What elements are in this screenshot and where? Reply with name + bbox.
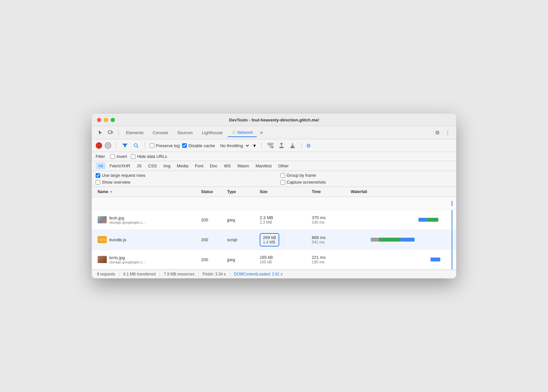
table-row[interactable]: </> bundle.js 200 script 269 kB 1.4 MB 8… <box>92 230 456 250</box>
td-truncated-waterfall <box>349 201 452 206</box>
type-filter-img[interactable]: Img <box>161 162 173 169</box>
download-icon[interactable] <box>288 141 297 150</box>
tab-sources[interactable]: Sources <box>173 129 197 137</box>
file-icon-img-0 <box>98 216 107 223</box>
capture-screenshots-input[interactable] <box>281 180 285 185</box>
td-waterfall-0 <box>349 210 452 230</box>
td-size-0: 2.3 MB 2.3 MB <box>258 213 310 227</box>
type-filter-manifest[interactable]: Manifest <box>253 162 274 169</box>
toolbar-divider-2 <box>145 142 145 149</box>
preserve-log-input[interactable] <box>150 143 154 148</box>
large-rows-input[interactable] <box>96 173 100 178</box>
file-name-host-0: fesh.jpg storage.googleapis.c... <box>109 216 145 224</box>
close-button[interactable] <box>97 118 101 122</box>
clear-button[interactable] <box>105 142 111 149</box>
size-highlight: 269 kB 1.4 MB <box>260 233 279 246</box>
window-title: DevTools - foul-heavenly-direction.glitc… <box>229 118 319 122</box>
file-name-host-1: bundle.js <box>109 237 126 242</box>
preserve-log-checkbox[interactable]: Preserve log <box>150 143 180 148</box>
th-name[interactable]: Name ▼ <box>96 187 199 197</box>
device-toggle-icon[interactable] <box>106 128 115 137</box>
th-waterfall[interactable]: Waterfall <box>349 187 452 197</box>
th-type[interactable]: Type <box>225 187 258 197</box>
tab-lighthouse[interactable]: Lighthouse <box>198 129 227 137</box>
type-filter-wasm[interactable]: Wasm <box>235 162 252 169</box>
group-by-frame-input[interactable] <box>281 173 285 178</box>
show-overview-input[interactable] <box>96 180 100 185</box>
settings-button[interactable]: ⚙ <box>433 128 442 137</box>
svg-line-5 <box>137 147 138 148</box>
hide-data-urls-input[interactable] <box>131 154 135 159</box>
table-row[interactable]: fesh.jpg storage.googleapis.c... 200 jpe… <box>92 210 456 230</box>
table-row[interactable]: brrto.jpg storage.googleapis.c... 200 jp… <box>92 250 456 270</box>
type-filter-fetch-xhr[interactable]: Fetch/XHR <box>107 162 133 169</box>
th-status[interactable]: Status <box>199 187 225 197</box>
td-truncated-status <box>199 201 225 206</box>
record-button[interactable] <box>96 142 102 149</box>
filter-checkboxes: Invert Hide data URLs <box>110 154 167 159</box>
toolbar-divider-3 <box>261 142 262 149</box>
type-filter-css[interactable]: CSS <box>145 162 159 169</box>
td-time-1: 868 ms 541 ms <box>310 232 349 247</box>
td-time-2: 221 ms 190 ms <box>310 252 349 267</box>
upload-icon[interactable] <box>277 141 286 150</box>
more-options-button[interactable]: ⋮ <box>443 128 452 137</box>
filter-label: Filter <box>96 154 105 159</box>
td-size-1: 269 kB 1.4 MB <box>258 231 310 249</box>
td-truncated-time <box>310 201 349 206</box>
status-requests: 8 requests <box>97 272 119 276</box>
td-waterfall-1 <box>349 230 452 249</box>
type-filter-other[interactable]: Other <box>276 162 292 169</box>
toolbar-divider-1 <box>116 142 116 149</box>
hide-data-urls-checkbox[interactable]: Hide data URLs <box>131 154 167 159</box>
th-size[interactable]: Size <box>258 187 310 197</box>
capture-screenshots-checkbox[interactable]: Capture screenshots <box>281 180 452 185</box>
filter-button[interactable] <box>121 141 129 150</box>
show-overview-checkbox[interactable]: Show overview <box>96 180 267 185</box>
status-resources: 7.9 MB resources <box>160 272 199 276</box>
type-filter-bar: All Fetch/XHR JS CSS Img Media Font Doc … <box>92 161 456 171</box>
type-filter-doc[interactable]: Doc <box>207 162 220 169</box>
options-bar: Use large request rows Show overview Gro… <box>92 171 456 187</box>
titlebar: DevTools - foul-heavenly-direction.glitc… <box>92 114 456 126</box>
td-type-1: script <box>225 235 258 245</box>
invert-input[interactable] <box>110 154 115 159</box>
th-time[interactable]: Time <box>310 187 349 197</box>
network-table: Name ▼ Status Type Size Time Waterfall <box>92 187 456 270</box>
file-icon-img-2 <box>98 256 107 263</box>
tab-elements[interactable]: Elements <box>122 129 147 137</box>
type-filter-all[interactable]: All <box>96 162 105 169</box>
disable-cache-input[interactable] <box>182 143 187 148</box>
maximize-button[interactable] <box>111 118 115 122</box>
cursor-icon[interactable] <box>96 128 105 137</box>
td-truncated-type <box>225 201 258 206</box>
td-truncated-name <box>96 201 199 206</box>
td-name-0: fesh.jpg storage.googleapis.c... <box>96 213 199 227</box>
status-dom-content-loaded: DOMContentLoaded: 2.81 s <box>230 272 286 276</box>
minimize-button[interactable] <box>104 118 108 122</box>
tab-console[interactable]: Console <box>149 129 172 137</box>
td-type-2: jpeg <box>225 255 258 265</box>
invert-checkbox[interactable]: Invert <box>110 154 127 159</box>
more-tabs-button[interactable]: » <box>258 128 265 137</box>
type-filter-js[interactable]: JS <box>134 162 144 169</box>
svg-rect-0 <box>108 131 112 133</box>
tab-network[interactable]: ⚠ Network <box>228 128 257 137</box>
large-rows-checkbox[interactable]: Use large request rows <box>96 173 267 178</box>
sort-icon: ▼ <box>110 190 113 194</box>
status-finish: Finish: 3.34 s <box>199 272 230 276</box>
type-filter-ws[interactable]: WS <box>221 162 233 169</box>
td-time-0: 370 ms 140 ms <box>310 213 349 227</box>
type-filter-media[interactable]: Media <box>174 162 191 169</box>
file-name-host-2: brrto.jpg storage.googleapis.c... <box>109 255 145 264</box>
dropdown-arrow-icon: ▼ <box>253 143 257 148</box>
wifi-settings-icon[interactable] <box>266 141 275 150</box>
group-by-frame-checkbox[interactable]: Group by frame <box>281 173 452 178</box>
status-bar: 8 requests 6.1 MB transferred 7.9 MB res… <box>92 270 456 278</box>
network-settings-icon[interactable]: ⚙ <box>306 143 311 149</box>
disable-cache-checkbox[interactable]: Disable cache <box>182 143 215 148</box>
toolbar-divider-4 <box>301 142 302 149</box>
throttling-select[interactable]: No throttling <box>218 142 250 149</box>
type-filter-font[interactable]: Font <box>192 162 206 169</box>
search-button[interactable] <box>132 141 140 150</box>
